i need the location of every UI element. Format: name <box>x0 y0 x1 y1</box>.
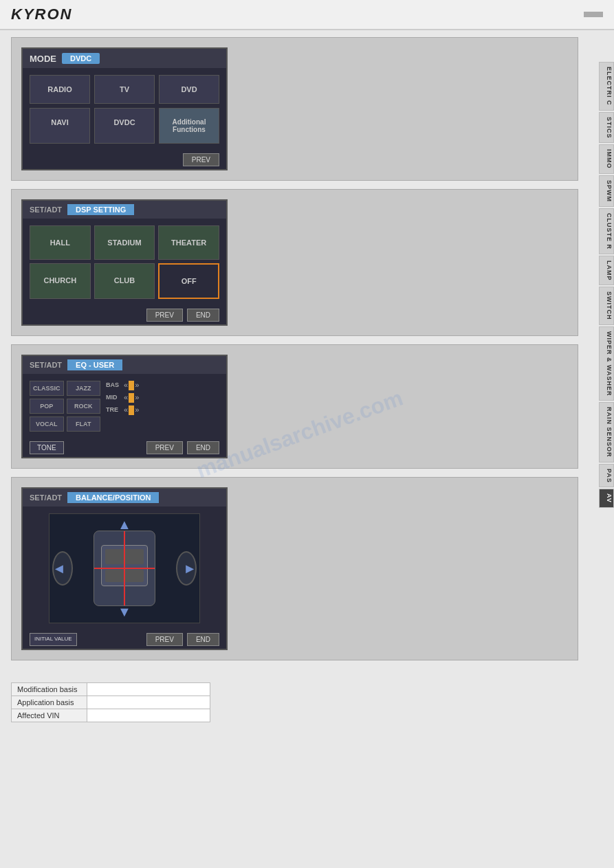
eq-tre-label: TRE <box>106 406 121 413</box>
balance-display-wrapper: ▲ ▼ ◄ ► <box>23 507 226 630</box>
tab-stics[interactable]: STICS <box>599 112 614 144</box>
eq-end-btn[interactable]: END <box>187 441 219 454</box>
mode-btn-radio[interactable]: RADIO <box>30 75 90 104</box>
eq-body: CLASSIC JAZZ POP ROCK VOCAL FLAT BAS « <box>23 374 226 438</box>
dsp-btn-theater[interactable]: THEATER <box>158 225 219 260</box>
table-row-modification: Modification basis <box>12 683 210 696</box>
eq-mid-left-arrow[interactable]: « <box>124 393 128 401</box>
mode-btn-dvd[interactable]: DVD <box>159 75 219 104</box>
table-row-application: Application basis <box>12 696 210 709</box>
tab-rain[interactable]: RAIN SENSOR <box>599 402 614 463</box>
eq-prev-btn[interactable]: PREV <box>146 441 183 454</box>
eq-preset-jazz[interactable]: JAZZ <box>67 381 101 396</box>
mode-btn-tv[interactable]: TV <box>94 75 155 104</box>
section-eq: SET/ADT EQ - USER CLASSIC JAZZ POP ROCK … <box>11 344 578 469</box>
section-dsp-text <box>239 199 568 326</box>
mode-btn-navi[interactable]: NAVI <box>30 108 90 144</box>
balance-screen-header: SET/ADT BALANCE/POSITION <box>23 489 226 507</box>
tab-immo[interactable]: IMMO <box>599 144 614 174</box>
tab-pas[interactable]: PAS <box>599 464 614 488</box>
balance-prev-btn[interactable]: PREV <box>146 633 183 646</box>
tab-spwm[interactable]: SPWM <box>599 175 614 207</box>
eq-screen: SET/ADT EQ - USER CLASSIC JAZZ POP ROCK … <box>21 355 228 458</box>
eq-presets: CLASSIC JAZZ POP ROCK VOCAL FLAT <box>30 381 100 432</box>
eq-bas-right-arrow[interactable]: » <box>135 381 139 389</box>
balance-title: BALANCE/POSITION <box>67 492 159 503</box>
affected-vin-value <box>87 709 210 722</box>
eq-setadt-label: SET/ADT <box>30 361 62 369</box>
dsp-btn-hall[interactable]: HALL <box>30 225 91 260</box>
eq-preset-pop[interactable]: POP <box>30 399 64 414</box>
mode-btn-additional[interactable]: AdditionalFunctions <box>159 108 219 144</box>
balance-screen: SET/ADT BALANCE/POSITION ▲ ▼ ◄ <box>21 487 228 650</box>
dsp-screen: SET/ADT DSP SETTING HALL STADIUM THEATER… <box>21 199 228 326</box>
eq-mid-right-arrow[interactable]: » <box>135 393 139 401</box>
eq-bas-thumb <box>129 381 134 390</box>
tab-wiper[interactable]: WIPER & WASHER <box>599 326 614 401</box>
section-mode: MODE DVDC RADIO TV DVD NAVI DVDC Additio… <box>11 37 578 181</box>
eq-tone-btn[interactable]: TONE <box>30 441 64 454</box>
dsp-end-btn[interactable]: END <box>187 309 219 322</box>
tab-av[interactable]: AV <box>599 489 614 508</box>
balance-arrow-left[interactable]: ◄ <box>52 561 66 577</box>
section-balance: SET/ADT BALANCE/POSITION ▲ ▼ ◄ <box>11 477 578 660</box>
info-table: Modification basis Application basis Aff… <box>11 682 210 722</box>
eq-bas-left-arrow[interactable]: « <box>124 381 128 389</box>
dsp-screen-footer: PREV END <box>23 306 226 324</box>
balance-line-horizontal <box>94 568 155 569</box>
balance-screen-footer: INITIAL VALUE PREV END <box>23 630 226 649</box>
eq-bas-track[interactable] <box>131 382 132 388</box>
dsp-btn-club[interactable]: CLUB <box>94 263 155 299</box>
balance-arrow-down[interactable]: ▼ <box>118 604 131 620</box>
eq-bas-label: BAS <box>106 381 121 388</box>
dsp-btn-off[interactable]: OFF <box>158 263 219 299</box>
eq-preset-vocal[interactable]: VOCAL <box>30 416 64 432</box>
tab-lamp[interactable]: LAMP <box>599 256 614 286</box>
eq-nav-btns: PREV END <box>146 441 219 454</box>
eq-tre-right-arrow[interactable]: » <box>135 405 139 414</box>
section-eq-text <box>239 355 568 458</box>
dsp-btn-church[interactable]: CHURCH <box>30 263 91 299</box>
section-balance-inner: SET/ADT BALANCE/POSITION ▲ ▼ ◄ <box>21 487 568 650</box>
section-mode-text <box>239 47 568 170</box>
eq-mid-track[interactable] <box>131 394 132 400</box>
eq-slider-mid: MID « » <box>106 393 139 401</box>
section-eq-inner: SET/ADT EQ - USER CLASSIC JAZZ POP ROCK … <box>21 355 568 458</box>
mode-btn-dvdc[interactable]: DVDC <box>94 108 155 144</box>
dsp-setadt-label: SET/ADT <box>30 205 62 214</box>
mode-prev-btn[interactable]: PREV <box>183 153 219 166</box>
modification-basis-value <box>87 683 210 696</box>
tab-cluster[interactable]: CLUSTE R <box>599 208 614 254</box>
eq-tre-left-arrow[interactable]: « <box>124 405 128 414</box>
dsp-prev-btn[interactable]: PREV <box>146 309 183 322</box>
bottom-table: Modification basis Application basis Aff… <box>11 682 210 722</box>
balance-car-body <box>94 531 155 606</box>
section-mode-inner: MODE DVDC RADIO TV DVD NAVI DVDC Additio… <box>21 47 568 170</box>
mode-value: DVDC <box>62 53 100 64</box>
tab-electric[interactable]: ELECTRI C <box>599 62 614 111</box>
eq-screen-footer: TONE PREV END <box>23 438 226 457</box>
table-row-affected: Affected VIN <box>12 709 210 722</box>
tab-switch[interactable]: SWITCH <box>599 287 614 325</box>
section-balance-text <box>239 487 568 650</box>
eq-preset-classic[interactable]: CLASSIC <box>30 381 64 396</box>
balance-arrow-right[interactable]: ► <box>183 561 197 577</box>
section-dsp: SET/ADT DSP SETTING HALL STADIUM THEATER… <box>11 189 578 336</box>
page-number <box>584 12 603 17</box>
balance-setadt-label: SET/ADT <box>30 493 62 502</box>
affected-vin-label: Affected VIN <box>12 709 87 722</box>
balance-nav-btns: PREV END <box>146 633 219 646</box>
balance-end-btn[interactable]: END <box>187 633 219 646</box>
page-header: KYRON <box>0 0 614 30</box>
eq-tre-track[interactable] <box>131 407 132 412</box>
mode-screen-footer: PREV <box>23 151 226 169</box>
dsp-btn-stadium[interactable]: STADIUM <box>94 225 155 260</box>
eq-preset-flat[interactable]: FLAT <box>67 416 101 432</box>
balance-initial-value-btn[interactable]: INITIAL VALUE <box>30 633 77 645</box>
modification-basis-label: Modification basis <box>12 683 87 696</box>
section-dsp-inner: SET/ADT DSP SETTING HALL STADIUM THEATER… <box>21 199 568 326</box>
brand-logo: KYRON <box>11 5 72 23</box>
eq-preset-rock[interactable]: ROCK <box>67 399 101 414</box>
dsp-buttons-grid: HALL STADIUM THEATER CHURCH CLUB OFF <box>23 219 226 306</box>
eq-sliders: BAS « » MID « <box>106 381 139 432</box>
